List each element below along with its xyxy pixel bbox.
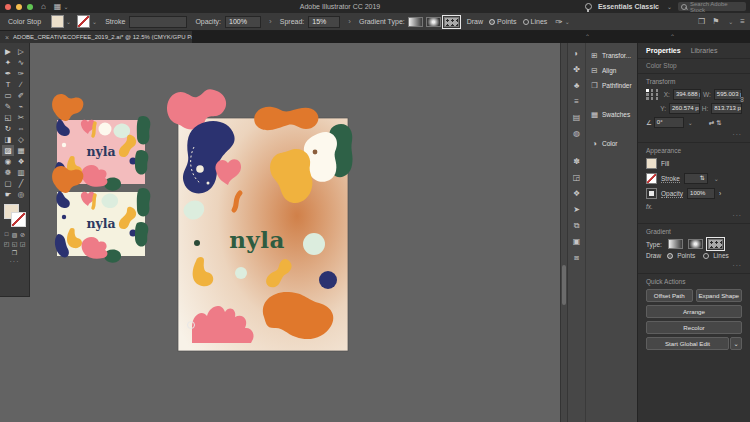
brushes-panel-icon[interactable]: ✤ xyxy=(570,64,584,76)
chevron-down-icon[interactable]: ⌄ xyxy=(688,119,693,126)
rotate-tool[interactable]: ↻ xyxy=(2,123,14,134)
width-tool[interactable]: ⇔ xyxy=(15,123,27,134)
image-trace-panel-icon[interactable]: ◲ xyxy=(570,172,584,184)
tab-libraries[interactable]: Libraries xyxy=(691,47,718,54)
linear-gradient-button[interactable] xyxy=(408,17,423,27)
color-mode-fill[interactable]: □ xyxy=(3,230,10,238)
start-global-edit-button[interactable]: Start Global Edit xyxy=(646,337,729,350)
linear-gradient-button[interactable] xyxy=(668,239,683,249)
rotation-field[interactable]: 0° xyxy=(654,117,684,128)
eyedropper-tool[interactable]: ◉ xyxy=(2,156,14,167)
stroke-swatch[interactable] xyxy=(646,173,657,184)
close-tab-icon[interactable]: × xyxy=(5,34,9,41)
color-mode-gradient[interactable]: ▨ xyxy=(11,230,18,238)
opacity-field[interactable]: 100% xyxy=(225,16,261,28)
paintbrush-tool[interactable]: ✐ xyxy=(15,90,27,101)
stroke-weight-field[interactable] xyxy=(129,16,187,28)
flag-icon[interactable]: ⚑ xyxy=(712,17,719,26)
blend-tool[interactable]: ❖ xyxy=(15,156,27,167)
more-options-icon[interactable]: ··· xyxy=(646,212,742,222)
direct-selection-tool[interactable]: ▷ xyxy=(15,46,27,57)
actions-panel-icon[interactable]: ➤ xyxy=(570,204,584,216)
flip-vertical-icon[interactable]: ⇅ xyxy=(716,119,721,127)
collapse-dock-icon[interactable]: ⌃ xyxy=(670,33,675,40)
draw-points-radio[interactable] xyxy=(667,253,673,259)
freeform-gradient-button[interactable] xyxy=(444,17,459,27)
flip-horizontal-icon[interactable]: ⇄ xyxy=(709,119,714,127)
selection-tool[interactable]: ▶ xyxy=(2,46,14,57)
h-field[interactable]: 813.713 px xyxy=(711,103,742,114)
expand-shape-button[interactable]: Expand Shape xyxy=(696,289,743,302)
arrange-button[interactable]: Arrange xyxy=(646,305,742,318)
workspace-switcher[interactable]: Essentials Classic xyxy=(598,3,659,10)
symbols-panel-icon[interactable]: ♣ xyxy=(570,80,584,92)
slice-tool[interactable]: ╱ xyxy=(15,178,27,189)
more-options-icon[interactable]: ··· xyxy=(646,131,742,141)
panel-color[interactable]: ◑Color xyxy=(586,136,637,151)
pen-tool[interactable]: ✒ xyxy=(2,68,14,79)
poster-artboard[interactable]: nyla xyxy=(160,85,360,385)
magic-wand-tool[interactable]: ✦ xyxy=(2,57,14,68)
symbol-sprayer-tool[interactable]: ❁ xyxy=(2,167,14,178)
scissors-tool[interactable]: ✂ xyxy=(15,112,27,123)
shaper-tool[interactable]: ⌁ xyxy=(15,101,27,112)
draw-normal-mode[interactable]: ◰ xyxy=(3,239,10,247)
spread-field[interactable]: 15% xyxy=(308,16,340,28)
opacity-field[interactable]: 100% xyxy=(687,188,715,199)
recolor-button[interactable]: Recolor xyxy=(646,321,742,334)
chevron-down-icon[interactable]: ⌄ xyxy=(565,18,570,25)
tab-properties[interactable]: Properties xyxy=(646,47,681,54)
stroke-panel-icon[interactable]: ≡ xyxy=(570,96,584,108)
draw-lines-radio[interactable] xyxy=(523,19,529,25)
reference-point-selector[interactable] xyxy=(646,89,659,100)
perspective-grid-tool[interactable]: ◇ xyxy=(15,134,27,145)
chevron-down-icon[interactable]: ⌄ xyxy=(92,18,97,25)
color-mode-none[interactable]: ⊘ xyxy=(19,230,26,238)
eraser-tool[interactable]: ◱ xyxy=(2,112,14,123)
lasso-tool[interactable]: ∿ xyxy=(15,57,27,68)
panel-pathfinder[interactable]: ❒Pathfinder xyxy=(586,78,637,93)
draw-lines-radio[interactable] xyxy=(703,253,709,259)
stroke-swatch[interactable] xyxy=(11,212,26,227)
fill-swatch[interactable] xyxy=(646,158,657,169)
more-options-icon[interactable]: ··· xyxy=(646,262,742,272)
offset-path-button[interactable]: Offset Path xyxy=(646,289,693,302)
discover-bulb-icon[interactable] xyxy=(585,3,592,10)
draw-inside-mode[interactable]: ◲ xyxy=(19,239,26,247)
canvas[interactable]: nyla nyla xyxy=(0,43,560,422)
line-tool[interactable]: ∕ xyxy=(15,79,27,90)
mesh-tool[interactable]: ▦ xyxy=(15,145,27,156)
chevron-down-icon[interactable]: ⌄ xyxy=(714,175,719,182)
radial-gradient-button[interactable] xyxy=(688,239,703,249)
gradient-tool[interactable]: ▨ xyxy=(2,145,14,156)
collapse-dock-icon[interactable]: ⌃ xyxy=(585,33,590,40)
arrange-documents-icon[interactable]: ❒ xyxy=(698,17,705,26)
type-tool[interactable]: T xyxy=(2,79,14,90)
layers-panel-icon[interactable]: ❖ xyxy=(570,188,584,200)
artboards-panel-icon[interactable]: ▤ xyxy=(570,112,584,124)
appearance-panel-icon[interactable]: ✽ xyxy=(570,156,584,168)
hand-tool[interactable]: ☛ xyxy=(2,189,14,200)
draw-behind-mode[interactable]: ◱ xyxy=(11,239,18,247)
pencil-tool[interactable]: ✎ xyxy=(2,101,14,112)
x-field[interactable]: 394.688 px xyxy=(673,89,701,100)
freeform-brush-icon[interactable]: ✑ xyxy=(555,17,563,27)
freeform-gradient-button[interactable] xyxy=(708,239,723,249)
draw-points-radio[interactable] xyxy=(489,19,495,25)
radial-gradient-button[interactable] xyxy=(426,17,441,27)
y-field[interactable]: 260.574 px xyxy=(669,103,700,114)
toolbar-overflow-button[interactable]: ··· xyxy=(0,258,29,265)
opacity-link[interactable]: Opacity xyxy=(661,190,683,198)
menu-icon[interactable]: ≡ xyxy=(740,17,745,26)
gradient-panel-icon[interactable]: ◍ xyxy=(570,128,584,140)
link-icon[interactable]: ∞ xyxy=(739,97,746,102)
stroke-link[interactable]: Stroke xyxy=(661,175,680,183)
document-tab[interactable]: × ADOBE_CREATIVECOFFEE_2019_2.ai* @ 12.5… xyxy=(0,31,192,43)
panel-swatches[interactable]: ▦Swatches xyxy=(586,107,637,122)
scrollbar-thumb[interactable] xyxy=(562,265,566,305)
links-panel-icon[interactable]: ⧉ xyxy=(570,220,584,232)
shape-builder-tool[interactable]: ◨ xyxy=(2,134,14,145)
fx-icon[interactable]: fx. xyxy=(646,203,742,210)
business-card-cream[interactable]: nyla xyxy=(45,157,155,267)
screen-mode[interactable]: ❐ xyxy=(11,248,18,256)
